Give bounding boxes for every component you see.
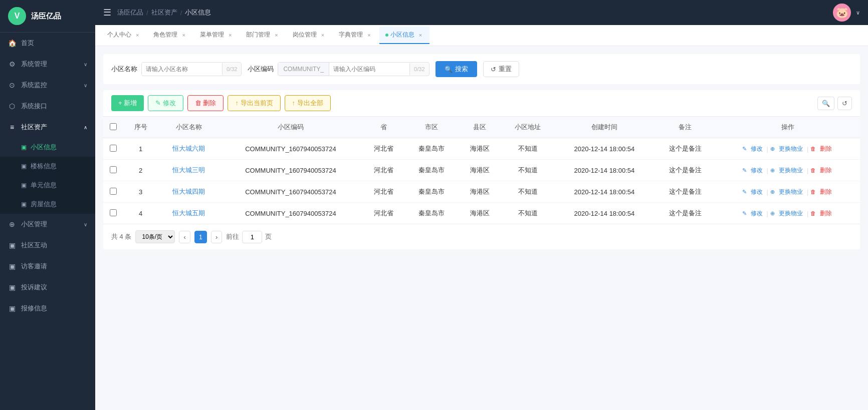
sidebar-item-community-mgmt[interactable]: ⊕ 小区管理 ∨ [0, 214, 95, 235]
row-checkbox[interactable] [110, 188, 117, 195]
breadcrumb: 汤臣亿品 / 社区资产 / 小区信息 [117, 8, 211, 17]
pagination: 共 4 条 10条/页 20条/页 50条/页 ‹ 1 › 前往 页 [103, 224, 860, 249]
th-remark: 备注 [655, 117, 716, 138]
row-change-button[interactable]: 更换物业 [777, 188, 805, 196]
complaints-icon: ▣ [8, 283, 16, 291]
tab-close-position-mgmt[interactable]: × [320, 32, 326, 39]
sidebar-label-visitor-invite: 访客邀请 [21, 262, 47, 271]
add-button[interactable]: + 新增 [111, 95, 144, 111]
page-1-button[interactable]: 1 [194, 231, 207, 243]
reset-icon: ↺ [491, 66, 496, 73]
export-all-button[interactable]: ↑ 导出全部 [285, 95, 331, 111]
tab-dict-mgmt[interactable]: 字典管理 × [333, 27, 378, 44]
row-change-button[interactable]: 更换物业 [777, 209, 805, 218]
row-province: 河北省 [362, 160, 405, 181]
row-delete-button[interactable]: 删除 [818, 145, 834, 153]
row-actions: ✎ 修改 | ⊕ 更换物业 | 🗑 删除 [716, 160, 860, 181]
monitor-icon: ⊙ [8, 81, 16, 89]
topbar-left: ☰ 汤臣亿品 / 社区资产 / 小区信息 [103, 7, 211, 18]
tab-label-menu-mgmt: 菜单管理 [200, 31, 224, 39]
search-toggle-button[interactable]: 🔍 [817, 97, 834, 110]
page-content: 小区名称 0/32 小区编码 COMMUNITY_ 0/32 🔍 搜索 ↺ [95, 46, 868, 410]
th-district: 县区 [458, 117, 502, 138]
row-name: 恒大城六期 [158, 138, 220, 160]
search-button[interactable]: 🔍 搜索 [436, 61, 477, 77]
sidebar-item-building-info[interactable]: ▣ 楼栋信息 [0, 157, 95, 176]
sidebar-item-system-mgmt[interactable]: ⚙ 系统管理 ∨ [0, 54, 95, 75]
row-edit-button[interactable]: 修改 [749, 188, 765, 196]
sidebar-item-community-info[interactable]: ▣ 小区信息 [0, 138, 95, 157]
data-table: 序号 小区名称 小区编码 省 市区 县区 小区地址 创建时间 备注 操作 [103, 117, 860, 224]
edit-button[interactable]: ✎ 修改 [148, 95, 183, 111]
sidebar-item-system-interface[interactable]: ⬡ 系统接口 [0, 96, 95, 117]
row-delete-button[interactable]: 删除 [818, 166, 834, 175]
interface-icon: ⬡ [8, 102, 16, 110]
row-checkbox[interactable] [110, 209, 117, 216]
breadcrumb-community-assets[interactable]: 社区资产 [151, 8, 177, 17]
sidebar-item-repair-info[interactable]: ▣ 报修信息 [0, 298, 95, 319]
row-edit-button[interactable]: 修改 [749, 166, 765, 175]
tab-roles[interactable]: 角色管理 × [147, 27, 192, 44]
tab-label-position-mgmt: 岗位管理 [293, 31, 317, 39]
tab-close-community-info[interactable]: × [417, 32, 423, 39]
row-change-button[interactable]: 更换物业 [777, 166, 805, 175]
tab-close-menu-mgmt[interactable]: × [227, 32, 233, 39]
sidebar-item-complaints[interactable]: ▣ 投诉建议 [0, 277, 95, 298]
row-district: 海港区 [458, 160, 502, 181]
page-goto-input[interactable] [242, 231, 262, 243]
search-name-input[interactable] [142, 63, 222, 76]
row-delete-button[interactable]: 删除 [818, 188, 834, 196]
row-index: 3 [123, 181, 158, 203]
refresh-button[interactable]: ↺ [837, 97, 852, 110]
sidebar-item-system-monitor[interactable]: ⊙ 系统监控 ∨ [0, 75, 95, 96]
export-current-button[interactable]: ↑ 导出当前页 [228, 95, 280, 111]
row-edit-button[interactable]: 修改 [749, 209, 765, 218]
select-all-checkbox[interactable] [110, 123, 117, 130]
sidebar-item-visitor-invite[interactable]: ▣ 访客邀请 [0, 256, 95, 277]
tab-close-dict-mgmt[interactable]: × [366, 32, 372, 39]
sidebar-item-community-assets[interactable]: ≡ 社区资产 ∧ [0, 117, 95, 138]
pagination-total: 共 4 条 [111, 232, 131, 241]
sidebar-item-room-info[interactable]: ▣ 房屋信息 [0, 195, 95, 214]
table-body: 1 恒大城六期 COMMUNITY_1607940053724 河北省 秦皇岛市… [103, 138, 860, 224]
sidebar-item-community-interact[interactable]: ▣ 社区互动 [0, 235, 95, 256]
page-size-select[interactable]: 10条/页 20条/页 50条/页 [135, 230, 175, 243]
row-delete-button[interactable]: 删除 [818, 209, 834, 218]
row-edit-icon: ✎ [742, 189, 747, 195]
tab-close-dept-mgmt[interactable]: × [273, 32, 279, 39]
tab-personal[interactable]: 个人中心 × [101, 27, 146, 44]
interact-icon: ▣ [8, 241, 16, 249]
main-content: ☰ 汤臣亿品 / 社区资产 / 小区信息 🐷 ∨ 个人中心 × 角色管理 × [95, 0, 868, 410]
community-assets-submenu: ▣ 小区信息 ▣ 楼栋信息 ▣ 单元信息 ▣ 房屋信息 [0, 138, 95, 214]
tabbar: 个人中心 × 角色管理 × 菜单管理 × 部门管理 × 岗位管理 × 字典管理 … [95, 25, 868, 46]
dropdown-arrow-icon[interactable]: ∨ [856, 10, 860, 16]
row-checkbox[interactable] [110, 145, 117, 152]
reset-button[interactable]: ↺ 重置 [483, 61, 519, 77]
search-name-max: 0/32 [222, 63, 241, 75]
tab-menu-mgmt[interactable]: 菜单管理 × [194, 27, 239, 44]
row-remark: 这个是备注 [655, 160, 716, 181]
tab-position-mgmt[interactable]: 岗位管理 × [287, 27, 332, 44]
row-edit-button[interactable]: 修改 [749, 145, 765, 153]
prev-page-button[interactable]: ‹ [179, 231, 190, 243]
hamburger-icon[interactable]: ☰ [103, 7, 111, 18]
avatar[interactable]: 🐷 [833, 4, 851, 22]
row-checkbox-cell [103, 138, 123, 160]
delete-button[interactable]: 🗑 删除 [187, 95, 224, 111]
action-sep-2: | [807, 145, 808, 153]
table-row: 1 恒大城六期 COMMUNITY_1607940053724 河北省 秦皇岛市… [103, 138, 860, 160]
topbar: ☰ 汤臣亿品 / 社区资产 / 小区信息 🐷 ∨ [95, 0, 868, 25]
tab-dot-community-info [385, 34, 388, 37]
tab-close-personal[interactable]: × [134, 32, 140, 39]
tab-close-roles[interactable]: × [180, 32, 186, 39]
sidebar-item-unit-info[interactable]: ▣ 单元信息 [0, 176, 95, 195]
row-change-button[interactable]: 更换物业 [777, 145, 805, 153]
next-page-button[interactable]: › [211, 231, 222, 243]
row-checkbox[interactable] [110, 166, 117, 173]
tab-dept-mgmt[interactable]: 部门管理 × [240, 27, 285, 44]
sidebar-item-home[interactable]: 🏠 首页 [0, 33, 95, 54]
sidebar-label-system-mgmt: 系统管理 [21, 60, 47, 69]
tab-community-info[interactable]: 小区信息 × [379, 27, 429, 44]
breadcrumb-home[interactable]: 汤臣亿品 [117, 8, 143, 17]
search-code-input[interactable] [329, 63, 409, 76]
